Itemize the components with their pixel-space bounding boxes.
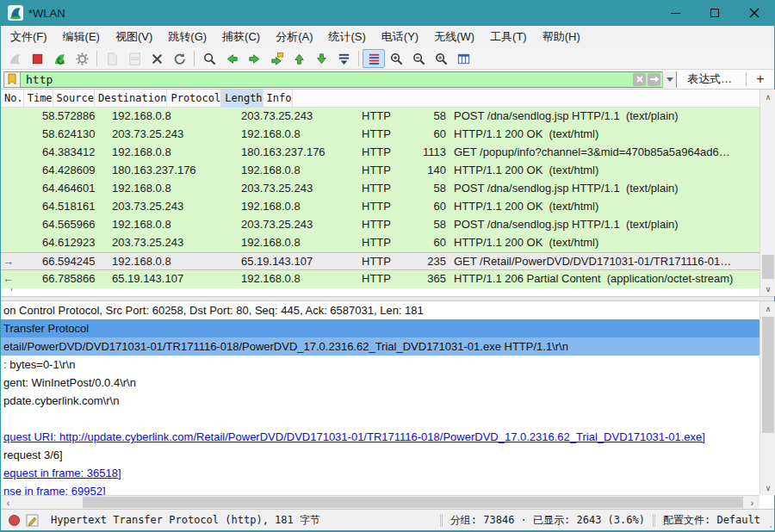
scroll-up-icon[interactable]: ∧ xyxy=(760,90,775,104)
status-separator xyxy=(440,514,443,527)
menu-item[interactable]: 视图(V) xyxy=(108,26,160,48)
filter-apply-button[interactable] xyxy=(648,73,660,86)
save-file-icon[interactable]: 010 xyxy=(123,49,146,68)
menu-item[interactable]: 无线(W) xyxy=(426,26,482,48)
detail-line[interactable]: on Control Protocol, Src Port: 60258, Ds… xyxy=(1,301,760,319)
detail-line[interactable]: nse in frame: 69952] xyxy=(1,482,760,495)
scroll-down-icon[interactable]: ∨ xyxy=(760,281,775,296)
capture-comment-icon[interactable] xyxy=(26,514,39,527)
scrollbar-thumb[interactable] xyxy=(83,497,743,508)
first-packet-icon[interactable] xyxy=(288,49,310,68)
previous-packet-icon[interactable] xyxy=(220,49,243,68)
zoom-in-icon[interactable] xyxy=(385,49,407,68)
packet-list-scrollbar[interactable]: ∧ ∨ xyxy=(760,90,775,296)
detail-line[interactable]: Transfer Protocol xyxy=(1,319,760,337)
detail-line[interactable]: pdate.cyberlink.com\r\n xyxy=(1,392,760,410)
scrollbar-thumb[interactable] xyxy=(762,255,774,279)
cell-info: HTTP/1.1 200 OK (text/html) xyxy=(450,234,760,252)
resize-grip[interactable] xyxy=(770,526,772,528)
menu-item[interactable]: 帮助(H) xyxy=(535,26,588,48)
menu-item[interactable]: 捕获(C) xyxy=(214,26,268,48)
packet-row[interactable]: → 66.594245 192.168.0.8 65.19.143.107 HT… xyxy=(1,252,760,270)
expression-button[interactable]: 表达式… xyxy=(687,71,732,87)
scrollbar-thumb[interactable] xyxy=(762,317,774,433)
restart-capture-icon[interactable] xyxy=(48,49,71,68)
scroll-up-icon[interactable]: ∧ xyxy=(760,301,775,316)
start-capture-icon[interactable] xyxy=(3,49,26,68)
column-header[interactable]: Info xyxy=(264,90,293,108)
packet-row[interactable]: 58.624130 203.73.25.243 192.168.0.8 HTTP… xyxy=(1,126,760,144)
maximize-icon xyxy=(710,9,719,17)
filter-bookmark-button[interactable] xyxy=(3,71,21,88)
related-packet-marker: ← xyxy=(3,270,14,288)
toolbar-separator xyxy=(358,51,359,66)
find-packet-icon[interactable] xyxy=(198,49,220,68)
details-horizontal-scrollbar[interactable]: ‹ › xyxy=(1,495,760,509)
cell-source: 192.168.0.8 xyxy=(108,253,238,271)
packet-row[interactable]: 64.518161 203.73.25.243 192.168.0.8 HTTP… xyxy=(1,198,760,216)
menu-item[interactable]: 文件(F) xyxy=(3,26,55,48)
display-filter-input[interactable] xyxy=(21,72,633,87)
add-filter-button[interactable]: + xyxy=(752,71,769,87)
next-packet-icon[interactable] xyxy=(243,49,265,68)
close-button[interactable] xyxy=(735,0,774,26)
packet-row[interactable]: 64.612923 203.73.25.243 192.168.0.8 HTTP… xyxy=(1,234,760,252)
detail-line[interactable]: gent: WinInetPost/0.0.4\r\n xyxy=(1,374,760,392)
reload-file-icon[interactable] xyxy=(168,49,190,68)
column-header[interactable]: Time xyxy=(24,90,53,108)
menu-item[interactable]: 分析(A) xyxy=(268,26,320,48)
detail-line[interactable]: : bytes=0-1\r\n xyxy=(1,356,760,374)
menu-item[interactable]: 电话(Y) xyxy=(374,26,426,48)
detail-line[interactable]: quest URI: http://update.cyberlink.com/R… xyxy=(1,428,760,446)
cell-info: GET /popup/info?channel=3&mid=470b85a5a9… xyxy=(450,144,760,162)
menu-item[interactable]: 编辑(E) xyxy=(55,26,108,48)
column-header[interactable]: Length xyxy=(221,90,263,108)
packet-row[interactable]: 64.383412 192.168.0.8 180.163.237.176 HT… xyxy=(1,144,760,162)
packet-row[interactable]: ← 66.785866 65.19.143.107 192.168.0.8 HT… xyxy=(1,270,760,288)
filter-clear-button[interactable] xyxy=(633,73,646,86)
apply-arrow-icon xyxy=(650,76,659,83)
stop-capture-icon[interactable] xyxy=(26,49,48,68)
detail-line[interactable]: request 3/6] xyxy=(1,446,760,464)
maximize-button[interactable] xyxy=(695,0,735,26)
packet-row[interactable]: 64.464601 192.168.0.8 203.73.25.243 HTTP… xyxy=(1,180,760,198)
scroll-left-icon[interactable]: ‹ xyxy=(1,496,16,510)
resize-columns-icon[interactable] xyxy=(452,49,474,68)
column-header[interactable]: Destination xyxy=(95,90,167,108)
cell-source: 203.73.25.243 xyxy=(108,126,238,144)
cell-source: 192.168.0.8 xyxy=(108,216,238,234)
capture-options-icon[interactable] xyxy=(71,49,93,68)
last-packet-icon[interactable] xyxy=(310,49,332,68)
status-profile[interactable]: 配置文件: Default xyxy=(663,513,760,528)
auto-scroll-icon[interactable] xyxy=(332,49,355,68)
scroll-right-icon[interactable]: › xyxy=(745,496,760,510)
scroll-down-icon[interactable]: ∨ xyxy=(760,480,775,495)
column-header[interactable]: No. xyxy=(1,90,24,108)
close-file-icon[interactable] xyxy=(146,49,168,68)
expert-info-icon[interactable] xyxy=(9,515,20,526)
column-header[interactable]: Protocol xyxy=(167,90,221,108)
open-file-icon[interactable] xyxy=(101,49,123,68)
zoom-out-icon[interactable] xyxy=(407,49,430,68)
minimize-icon xyxy=(671,13,680,14)
colorize-packets-icon[interactable] xyxy=(363,49,385,68)
packet-row[interactable]: 64.565966 192.168.0.8 203.73.25.243 HTTP… xyxy=(1,216,760,234)
menu-item[interactable]: 统计(S) xyxy=(320,26,373,48)
goto-packet-icon[interactable] xyxy=(265,49,288,68)
filter-history-dropdown[interactable] xyxy=(662,71,676,88)
cell-info: POST /dna/sendlog.jsp HTTP/1.1 (text/pla… xyxy=(450,216,760,234)
column-header[interactable]: Source xyxy=(53,90,95,108)
menu-item[interactable]: 跳转(G) xyxy=(160,26,214,48)
zoom-reset-icon[interactable] xyxy=(430,49,452,68)
detail-line[interactable]: etail/PowerDVD/DVD171031-01/TR171116-018… xyxy=(1,337,760,356)
details-scrollbar[interactable]: ∧ ∨ xyxy=(760,301,775,495)
minimize-button[interactable] xyxy=(655,0,695,26)
packet-row[interactable]: 64.428609 180.163.237.176 192.168.0.8 HT… xyxy=(1,162,760,180)
detail-line[interactable] xyxy=(1,410,760,428)
cell-destination: 192.168.0.8 xyxy=(238,126,358,144)
status-packet-counts: 分组: 73846 · 已显示: 2643 (3.6%) xyxy=(450,513,645,528)
packet-row[interactable]: 58.572886 192.168.0.8 203.73.25.243 HTTP… xyxy=(1,108,760,126)
detail-line[interactable]: equest in frame: 36518] xyxy=(1,464,760,482)
menu-item[interactable]: 工具(T) xyxy=(482,26,535,48)
status-protocol-text: Hypertext Transfer Protocol (http), 181 … xyxy=(51,513,320,528)
